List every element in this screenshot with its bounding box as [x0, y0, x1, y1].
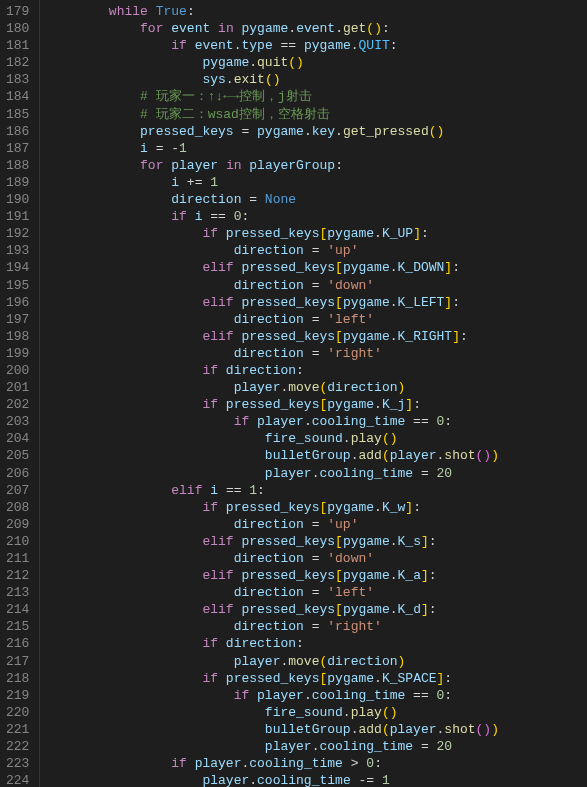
code-line: elif pressed_keys[pygame.K_RIGHT]:	[46, 328, 499, 345]
code-line: # 玩家二：wsad控制，空格射击	[46, 106, 499, 123]
line-number: 219	[6, 687, 29, 704]
code-line: player.move(direction)	[46, 653, 499, 670]
line-number: 213	[6, 584, 29, 601]
line-number: 186	[6, 123, 29, 140]
code-line: if pressed_keys[pygame.K_w]:	[46, 499, 499, 516]
code-line: player.cooling_time = 20	[46, 738, 499, 755]
code-line: if i == 0:	[46, 208, 499, 225]
line-number: 204	[6, 430, 29, 447]
code-line: elif pressed_keys[pygame.K_d]:	[46, 601, 499, 618]
line-number: 206	[6, 465, 29, 482]
line-number: 203	[6, 413, 29, 430]
line-number: 196	[6, 294, 29, 311]
line-number: 223	[6, 755, 29, 772]
code-line: direction = 'down'	[46, 550, 499, 567]
line-number: 210	[6, 533, 29, 550]
line-number: 185	[6, 106, 29, 123]
code-line: bulletGroup.add(player.shot())	[46, 447, 499, 464]
code-line: i = -1	[46, 140, 499, 157]
code-line: fire_sound.play()	[46, 704, 499, 721]
line-number: 215	[6, 618, 29, 635]
code-line: elif pressed_keys[pygame.K_s]:	[46, 533, 499, 550]
code-line: direction = 'up'	[46, 516, 499, 533]
line-number: 224	[6, 772, 29, 787]
line-number: 183	[6, 71, 29, 88]
line-number: 197	[6, 311, 29, 328]
line-number: 221	[6, 721, 29, 738]
line-number: 217	[6, 653, 29, 670]
line-number-gutter: 1791801811821831841851861871881891901911…	[0, 0, 40, 787]
line-number: 220	[6, 704, 29, 721]
code-line: player.cooling_time = 20	[46, 465, 499, 482]
line-number: 179	[6, 3, 29, 20]
line-number: 208	[6, 499, 29, 516]
line-number: 192	[6, 225, 29, 242]
line-number: 209	[6, 516, 29, 533]
code-line: elif i == 1:	[46, 482, 499, 499]
code-line: if pressed_keys[pygame.K_UP]:	[46, 225, 499, 242]
line-number: 190	[6, 191, 29, 208]
line-number: 205	[6, 447, 29, 464]
code-line: if event.type == pygame.QUIT:	[46, 37, 499, 54]
code-line: if direction:	[46, 362, 499, 379]
code-line: player.cooling_time -= 1	[46, 772, 499, 787]
line-number: 195	[6, 277, 29, 294]
code-editor: 1791801811821831841851861871881891901911…	[0, 0, 587, 787]
code-line: direction = 'down'	[46, 277, 499, 294]
line-number: 194	[6, 259, 29, 276]
line-number: 200	[6, 362, 29, 379]
code-line: pressed_keys = pygame.key.get_pressed()	[46, 123, 499, 140]
code-line: bulletGroup.add(player.shot())	[46, 721, 499, 738]
code-line: if direction:	[46, 635, 499, 652]
code-line: # 玩家一：↑↓←→控制，j射击	[46, 88, 499, 105]
code-line: direction = 'right'	[46, 345, 499, 362]
line-number: 216	[6, 635, 29, 652]
line-number: 188	[6, 157, 29, 174]
line-number: 218	[6, 670, 29, 687]
code-line: if player.cooling_time == 0:	[46, 687, 499, 704]
line-number: 207	[6, 482, 29, 499]
line-number: 212	[6, 567, 29, 584]
code-line: if pressed_keys[pygame.K_SPACE]:	[46, 670, 499, 687]
line-number: 193	[6, 242, 29, 259]
code-line: while True:	[46, 3, 499, 20]
line-number: 214	[6, 601, 29, 618]
code-line: fire_sound.play()	[46, 430, 499, 447]
code-line: for player in playerGroup:	[46, 157, 499, 174]
code-line: direction = 'right'	[46, 618, 499, 635]
code-line: sys.exit()	[46, 71, 499, 88]
code-line: i += 1	[46, 174, 499, 191]
code-line: direction = 'left'	[46, 311, 499, 328]
line-number: 182	[6, 54, 29, 71]
line-number: 211	[6, 550, 29, 567]
line-number: 189	[6, 174, 29, 191]
line-number: 187	[6, 140, 29, 157]
code-area[interactable]: while True: for event in pygame.event.ge…	[40, 0, 499, 787]
line-number: 181	[6, 37, 29, 54]
code-line: direction = 'up'	[46, 242, 499, 259]
line-number: 191	[6, 208, 29, 225]
code-line: pygame.quit()	[46, 54, 499, 71]
code-line: elif pressed_keys[pygame.K_LEFT]:	[46, 294, 499, 311]
line-number: 184	[6, 88, 29, 105]
line-number: 180	[6, 20, 29, 37]
code-line: for event in pygame.event.get():	[46, 20, 499, 37]
line-number: 222	[6, 738, 29, 755]
code-line: elif pressed_keys[pygame.K_a]:	[46, 567, 499, 584]
code-line: direction = 'left'	[46, 584, 499, 601]
code-line: direction = None	[46, 191, 499, 208]
line-number: 199	[6, 345, 29, 362]
code-line: elif pressed_keys[pygame.K_DOWN]:	[46, 259, 499, 276]
code-line: if player.cooling_time == 0:	[46, 413, 499, 430]
code-line: if pressed_keys[pygame.K_j]:	[46, 396, 499, 413]
code-line: player.move(direction)	[46, 379, 499, 396]
line-number: 198	[6, 328, 29, 345]
code-line: if player.cooling_time > 0:	[46, 755, 499, 772]
line-number: 202	[6, 396, 29, 413]
line-number: 201	[6, 379, 29, 396]
